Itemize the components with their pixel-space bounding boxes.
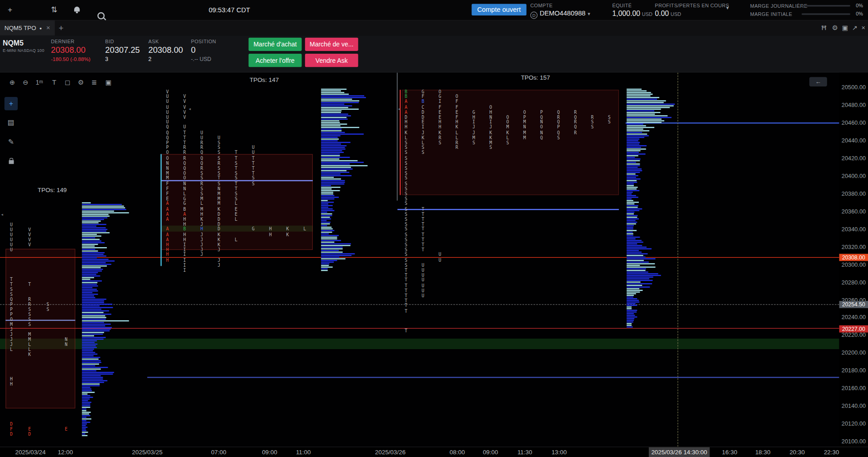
popout-icon[interactable]: ↗	[852, 24, 858, 31]
tpo-letter: I	[438, 100, 441, 105]
tpo-letter: T	[10, 283, 13, 287]
draw-tool-icon[interactable]: ✎	[5, 135, 18, 148]
tpo-letter: U	[166, 120, 169, 125]
volume-histogram-bar	[627, 280, 652, 281]
maximize-icon[interactable]: ▣	[842, 24, 848, 31]
margin-day-pct: 0%	[856, 3, 863, 8]
tpo-letter: T	[405, 309, 407, 314]
volume-histogram-bar	[321, 243, 351, 244]
margin-day-label: MARGE JOURNALIÈRE	[750, 3, 808, 9]
profile-settings-icon[interactable]: ≣	[89, 77, 100, 87]
volume-histogram-bar	[82, 385, 100, 386]
collapse-arrow-icon[interactable]: ◂	[189, 107, 191, 112]
tab-nqm5-tpo[interactable]: NQM5 TPO●×	[0, 20, 55, 36]
tpo-letter: T	[252, 171, 255, 176]
tpo-letter: M	[201, 197, 203, 201]
panel-tool-icon[interactable]: ▤	[5, 116, 18, 129]
price-axis[interactable]: 20500.0020480.0020460.0020440.0020420.00…	[839, 72, 868, 447]
tpo-letter: S	[28, 323, 31, 327]
transfer-icon[interactable]: ⇅	[51, 5, 57, 13]
volume-histogram-bar	[627, 180, 637, 181]
volume-histogram-bar	[82, 428, 86, 429]
crosshair-tool[interactable]: +	[5, 97, 18, 110]
tpo-letter: S	[217, 182, 220, 186]
sell-market-button[interactable]: Marché de ve...	[305, 38, 358, 51]
scroll-back-button[interactable]: ←	[809, 77, 827, 86]
volume-histogram-bar	[321, 150, 342, 151]
close-icon[interactable]: ×	[861, 24, 865, 31]
tpo-letter: L	[405, 136, 407, 140]
tpo-letter: O	[10, 318, 13, 322]
open-account-button[interactable]: Compte ouvert	[472, 4, 526, 16]
tpo-letter: U	[10, 248, 13, 252]
volume-histogram-bar	[627, 270, 646, 271]
add-icon[interactable]: +	[8, 5, 12, 13]
volume-histogram-bar	[627, 94, 653, 95]
tpo-letter: F	[456, 105, 458, 110]
header-toggle-icon[interactable]: Ħ	[822, 24, 827, 31]
chevron-down-icon[interactable]: ▾	[588, 11, 591, 16]
tpo-letter: S	[591, 120, 594, 125]
volume-histogram-bar	[627, 99, 657, 100]
account-block[interactable]: COMPTE DDEMO4480988▾	[530, 3, 590, 19]
tpo-letter: T	[421, 217, 424, 222]
chevron-down-icon[interactable]: ▾	[726, 5, 729, 10]
volume-histogram-bar	[321, 157, 350, 158]
tpo-letter: E	[438, 115, 441, 120]
volume-histogram-bar	[321, 200, 328, 201]
volume-histogram-bar	[321, 97, 366, 98]
tpo-letter: D	[217, 217, 220, 222]
select-region-icon[interactable]: ◻	[62, 77, 73, 87]
tpo-letter: U	[252, 151, 255, 156]
tpo-letter: J	[201, 238, 203, 242]
volume-histogram-bar	[321, 99, 352, 100]
search-icon[interactable]	[97, 12, 105, 20]
tpo-letter: U	[201, 136, 203, 140]
volume-histogram-bar	[82, 433, 85, 434]
tpo-letter: T	[405, 279, 407, 283]
buy-bid-button[interactable]: Acheter l'offre	[249, 54, 302, 67]
volume-histogram-bar	[82, 430, 86, 431]
tpo-letter: V	[183, 105, 186, 110]
ask-size: 2	[148, 56, 151, 62]
time-axis-label: 16:30	[722, 449, 738, 456]
volume-histogram-bar	[627, 160, 640, 161]
tab-close-icon[interactable]: ×	[46, 24, 50, 31]
time-axis[interactable]: 2025/03/2412:002025/03/2507:0009:0011:00…	[0, 447, 868, 457]
tpo-letter: L	[235, 217, 237, 222]
zoom-out-icon[interactable]: ⊖	[20, 77, 31, 87]
tpo-letter: G	[183, 197, 186, 201]
bell-icon[interactable]	[74, 7, 80, 12]
tpo-letter: S	[217, 156, 220, 161]
tpo-letter: J	[217, 258, 220, 263]
collapse-arrow-icon[interactable]: ◂	[398, 107, 400, 112]
volume-histogram-bar	[627, 278, 649, 279]
volume-histogram-bar	[321, 210, 334, 211]
volume-histogram-bar	[82, 342, 95, 343]
text-tool-icon[interactable]: T	[49, 77, 60, 87]
pnl-block[interactable]: PROFITS/PERTES EN COURS 0.00USD▾	[655, 3, 729, 18]
settings-icon[interactable]: ⚙	[832, 24, 838, 31]
volume-histogram-bar	[627, 210, 639, 211]
tpo-letter: S	[405, 228, 407, 232]
chart-settings-icon[interactable]: ⚙	[75, 77, 86, 87]
lock-tool-icon[interactable]	[5, 155, 18, 168]
volume-histogram-bar	[82, 310, 109, 311]
buy-market-button[interactable]: Marché d'achat	[249, 38, 302, 51]
tpo-letter: S	[608, 120, 611, 125]
sell-ask-button[interactable]: Vendre Ask	[305, 54, 358, 67]
zoom-in-icon[interactable]: ⊕	[7, 77, 18, 87]
tpo-letter: I	[183, 243, 186, 247]
volume-histogram-bar	[82, 217, 107, 218]
volume-histogram-bar	[82, 245, 95, 246]
new-tab-button[interactable]: +	[59, 23, 64, 33]
volume-histogram-bar	[82, 344, 97, 345]
chart-area[interactable]: ⊕⊖1ᵐT◻⚙≣▣ +▤✎ ← ◂◂◂TPOs: 149UUVUVUVUVUTT…	[0, 72, 868, 447]
tpo-letter: T	[28, 283, 31, 287]
price-axis-label: 20180.00	[839, 367, 866, 374]
copy-icon[interactable]: ▣	[103, 77, 114, 87]
interval-1m-button[interactable]: 1ᵐ	[34, 77, 45, 87]
tpo-letter: S	[217, 151, 220, 156]
collapse-arrow-icon[interactable]: ◂	[1, 212, 3, 217]
tpo-letter: I	[183, 263, 186, 268]
